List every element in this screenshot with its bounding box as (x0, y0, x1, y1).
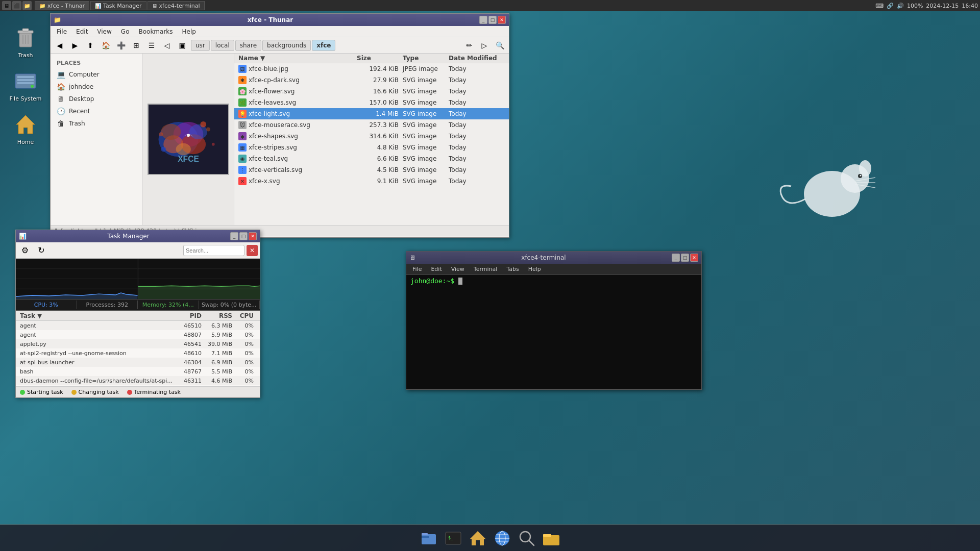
thunar-menu-go[interactable]: Go (117, 27, 134, 36)
col-header-name[interactable]: Name ▼ (238, 55, 357, 62)
next-nav-button[interactable]: ▷ (477, 38, 492, 53)
user-icon: 🏠 (57, 83, 65, 91)
terminal-minimize-button[interactable]: _ (672, 254, 680, 262)
thunar-menu-view[interactable]: View (93, 27, 115, 36)
task-row-6[interactable]: dbus-daemon --config-file=/usr/share/def… (16, 376, 260, 385)
svg-point-28 (200, 121, 206, 128)
task-col-header-cpu[interactable]: CPU (235, 312, 256, 319)
terminating-dot (127, 390, 132, 395)
file-row-7[interactable]: ▦xfce-stripes.svg 4.8 KiB SVG image Toda… (234, 142, 509, 153)
terminal-menu-tabs[interactable]: Tabs (502, 265, 523, 273)
settings-icon[interactable]: ⚙ (18, 243, 32, 258)
thunar-minimize-button[interactable]: _ (479, 16, 487, 24)
back-button[interactable]: ◀ (53, 38, 67, 53)
refresh-icon[interactable]: ↻ (34, 243, 48, 258)
dock-folder[interactable] (540, 527, 562, 549)
task-row-0[interactable]: agent 46510 6.3 MiB 0% (16, 321, 260, 330)
taskbar-taskmanager[interactable]: 📊 Task Manager (90, 1, 146, 10)
dock-home[interactable] (467, 527, 489, 549)
dock-terminal[interactable]: $_ (442, 527, 464, 549)
taskbar-icon-2[interactable]: ⬛ (12, 1, 21, 10)
task-row-2[interactable]: applet.py 46541 39.0 MiB 0% (16, 339, 260, 348)
compact-view-button[interactable]: ▣ (175, 38, 189, 53)
icon-view-button[interactable]: ⊞ (129, 38, 143, 53)
file-icon-svg6: ◆ (238, 132, 247, 140)
taskmanager-maximize-button[interactable]: □ (239, 232, 248, 240)
file-row-3[interactable]: 🌿xfce-leaves.svg 157.0 KiB SVG image Tod… (234, 97, 509, 108)
col-header-size[interactable]: Size (357, 55, 403, 62)
thunar-close-button[interactable]: ✕ (498, 16, 506, 24)
taskmanager-minimize-button[interactable]: _ (230, 232, 238, 240)
dock-files[interactable] (418, 527, 440, 549)
thunar-menu-edit[interactable]: Edit (72, 27, 92, 36)
breadcrumb-backgrounds[interactable]: backgrounds (262, 40, 311, 51)
task-row-4[interactable]: at-spi-bus-launcher 46304 6.9 MiB 0% (16, 358, 260, 367)
taskmanager-window-title: Task Manager (107, 233, 149, 240)
terminal-menu-terminal[interactable]: Terminal (470, 265, 502, 273)
breadcrumb-usr[interactable]: usr (191, 40, 210, 51)
breadcrumb-xfce[interactable]: xfce (312, 40, 335, 51)
breadcrumb-share[interactable]: share (235, 40, 261, 51)
thunar-menu-file[interactable]: File (53, 27, 71, 36)
taskbar-thunar[interactable]: 📁 xfce - Thunar (35, 1, 89, 10)
terminal-menu-edit[interactable]: Edit (427, 265, 446, 273)
new-folder-button[interactable]: ➕ (114, 38, 128, 53)
terminal-close-button[interactable]: ✕ (690, 254, 698, 262)
file-row-2[interactable]: 🌸xfce-flower.svg 16.6 KiB SVG image Toda… (234, 86, 509, 97)
task-row-1[interactable]: agent 48807 5.9 MiB 0% (16, 330, 260, 339)
taskmanager-search-input[interactable] (183, 245, 244, 256)
desktop-icon-filesystem[interactable]: File System (5, 69, 46, 102)
file-row-8[interactable]: ◉xfce-teal.svg 6.6 KiB SVG image Today (234, 153, 509, 164)
terminal-menubar: File Edit View Terminal Tabs Help (406, 264, 701, 275)
file-row-5[interactable]: 🐭xfce-mouserace.svg 257.3 KiB SVG image … (234, 119, 509, 131)
list-view-button[interactable]: ☰ (144, 38, 159, 53)
sidebar-recent[interactable]: 🕐 Recent (51, 105, 142, 117)
home-button[interactable]: 🏠 (99, 38, 113, 53)
thunar-menu-help[interactable]: Help (178, 27, 200, 36)
breadcrumb-local[interactable]: local (211, 40, 234, 51)
col-header-date[interactable]: Date Modified (449, 55, 505, 62)
task-col-header-name[interactable]: Task ▼ (20, 312, 174, 319)
taskmanager-close-button[interactable]: ✕ (249, 232, 257, 240)
task-col-header-rss[interactable]: RSS (205, 312, 235, 319)
sidebar-trash[interactable]: 🗑 Trash (51, 117, 142, 130)
thunar-menu-bookmarks[interactable]: Bookmarks (134, 27, 177, 36)
file-row-1[interactable]: ✱xfce-cp-dark.svg 27.9 KiB SVG image Tod… (234, 74, 509, 86)
dock-search[interactable] (516, 527, 538, 549)
file-icon-jpg: 🖼 (238, 65, 247, 73)
search-button[interactable]: 🔍 (493, 38, 507, 53)
terminal-menu-file[interactable]: File (408, 265, 426, 273)
recent-icon: 🕐 (57, 107, 65, 115)
col-header-type[interactable]: Type (403, 55, 449, 62)
file-row-10[interactable]: ✕xfce-x.svg 9.1 KiB SVG image Today (234, 176, 509, 187)
edit-path-button[interactable]: ✏ (462, 38, 476, 53)
terminal-menu-view[interactable]: View (447, 265, 469, 273)
taskbar-terminal[interactable]: 🖥 xfce4-terminal (148, 1, 205, 10)
taskbar-icon-1[interactable]: 🖥 (2, 1, 11, 10)
terminal-menu-help[interactable]: Help (524, 265, 545, 273)
dock-browser[interactable] (491, 527, 513, 549)
search-clear-button[interactable]: ✕ (247, 245, 258, 256)
memory-stat: Memory: 32% (4... (138, 300, 199, 309)
task-row-5[interactable]: bash 48767 5.5 MiB 0% (16, 367, 260, 376)
desktop-icon-trash[interactable]: Trash (5, 26, 46, 59)
sidebar-desktop[interactable]: 🖥 Desktop (51, 93, 142, 105)
task-row-3[interactable]: at-spi2-registryd --use-gnome-session 48… (16, 348, 260, 358)
file-row-6[interactable]: ◆xfce-shapes.svg 314.6 KiB SVG image Tod… (234, 131, 509, 142)
sidebar-computer[interactable]: 💻 Computer (51, 68, 142, 81)
file-row-0[interactable]: 🖼xfce-blue.jpg 192.4 KiB JPEG image Toda… (234, 63, 509, 74)
prev-nav-button[interactable]: ◁ (160, 38, 174, 53)
sidebar-johndoe[interactable]: 🏠 johndoe (51, 81, 142, 93)
forward-button[interactable]: ▶ (68, 38, 82, 53)
taskmanager-window: 📊 Task Manager _ □ ✕ ⚙ ↻ ✕ (15, 230, 260, 398)
svg-point-29 (206, 128, 210, 132)
thunar-maximize-button[interactable]: □ (488, 16, 497, 24)
terminal-content[interactable]: john@doe:~$ (406, 275, 701, 389)
file-row-4[interactable]: 💡xfce-light.svg 1.4 MiB SVG image Today (234, 108, 509, 119)
terminal-maximize-button[interactable]: □ (681, 254, 689, 262)
desktop-icon-home[interactable]: Home (5, 112, 46, 145)
taskbar-icon-3[interactable]: 📁 (22, 1, 32, 10)
up-button[interactable]: ⬆ (83, 38, 97, 53)
file-row-9[interactable]: ⋮xfce-verticals.svg 4.5 KiB SVG image To… (234, 164, 509, 176)
task-col-header-pid[interactable]: PID (174, 312, 205, 319)
